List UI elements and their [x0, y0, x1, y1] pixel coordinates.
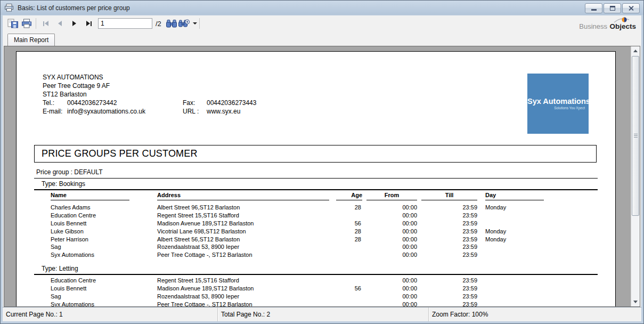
- scroll-thumb[interactable]: [632, 56, 639, 216]
- cell-day: Monday: [485, 236, 506, 242]
- cell-from: 00:00: [366, 228, 417, 234]
- cell-address: Rozendaalstraat 53, 8900 Ieper: [157, 244, 239, 250]
- column-header-address: Address: [157, 192, 329, 200]
- maximize-button[interactable]: [604, 3, 621, 13]
- syx-automations-logo: Syx Automations Solutions You Xpect: [527, 74, 589, 134]
- previous-page-button[interactable]: [53, 18, 67, 29]
- toolbar: /2: [3, 15, 641, 31]
- tab-main-report[interactable]: Main Report: [7, 34, 55, 46]
- report-title: PRICE GROUPS PER CUSTOMER: [34, 145, 597, 163]
- export-button[interactable]: [6, 17, 20, 30]
- scroll-up-button[interactable]: [631, 46, 640, 55]
- column-header-day: Day: [485, 192, 544, 200]
- fax-label: Fax:: [183, 99, 195, 107]
- column-header-till: Till: [421, 192, 477, 200]
- cell-till: 23:59: [421, 220, 477, 226]
- minimize-button[interactable]: [585, 3, 602, 13]
- cell-till: 23:59: [421, 285, 477, 291]
- tel-value: 00442036273442: [67, 99, 117, 107]
- vertical-scrollbar[interactable]: [631, 46, 640, 306]
- cell-name: Charles Adams: [51, 204, 91, 210]
- section-divider: [34, 189, 598, 190]
- binoculars-icon: [166, 20, 177, 28]
- column-header-from: From: [366, 192, 417, 200]
- cell-address: Vicotrial Lane 698,ST12 Barlaston: [157, 228, 246, 234]
- first-page-button[interactable]: [38, 18, 53, 29]
- report-viewport: SYX AUTOMATIONS Peer Tree Cottage 9 AF S…: [4, 46, 640, 307]
- column-header-age: Age: [336, 192, 362, 200]
- company-info-block: SYX AUTOMATIONS Peer Tree Cottage 9 AF S…: [43, 73, 373, 116]
- export-icon: [7, 19, 18, 28]
- cell-till: 23:59: [421, 204, 477, 210]
- toolbar-separator: [36, 18, 36, 29]
- cell-name: Syx Automations: [51, 301, 94, 307]
- cell-day: Monday: [485, 204, 506, 210]
- cell-age: 56: [336, 285, 361, 291]
- find-button[interactable]: [165, 17, 178, 30]
- report-page: SYX AUTOMATIONS Peer Tree Cottage 9 AF S…: [16, 51, 616, 307]
- tel-label: Tel.:: [43, 99, 54, 107]
- status-bar: Current Page No.: 1 Total Page No.: 2 Zo…: [3, 307, 641, 321]
- cell-address: Madison Avenue 189,ST12 Barlaston: [157, 285, 254, 291]
- printer-icon: [4, 4, 14, 12]
- table-row: Charles Adams Albert Street 96,ST12 Barl…: [17, 204, 616, 212]
- logo-tagline: Solutions You Xpect: [527, 106, 589, 110]
- previous-page-icon: [58, 21, 62, 26]
- page-number-input[interactable]: [98, 18, 152, 29]
- next-page-button[interactable]: [67, 18, 81, 29]
- section-type-label: Type: Bookings: [42, 180, 616, 188]
- company-name: SYX AUTOMATIONS: [43, 73, 103, 82]
- table-row: Syx Automations Peer Tree Cottage -, ST1…: [17, 251, 616, 259]
- window-controls: [585, 3, 640, 13]
- close-button[interactable]: [622, 3, 640, 13]
- cell-from: 00:00: [366, 204, 417, 210]
- cell-from: 00:00: [366, 277, 417, 284]
- cell-till: 23:59: [421, 236, 477, 242]
- last-page-button[interactable]: [81, 18, 96, 29]
- table-row: Louis Bennett Madison Avenue 189,ST12 Ba…: [17, 285, 616, 293]
- tab-bar: Main Report: [3, 31, 641, 46]
- business-objects-logo: Business Objects: [565, 17, 637, 31]
- total-pages-label: /2: [156, 20, 161, 28]
- cell-address: Regent Street 15,ST16 Stafford: [157, 212, 239, 218]
- cell-from: 00:00: [366, 285, 417, 291]
- url-value: www.syx.eu: [207, 107, 240, 116]
- cell-till: 23:59: [421, 212, 477, 218]
- maximize-icon: [610, 6, 615, 11]
- title-bar: Basis: List of customers per price group: [1, 1, 643, 15]
- section-bookings: Type: Bookings Name Address Age From Til…: [17, 180, 616, 259]
- window-title: Basis: List of customers per price group: [18, 4, 130, 12]
- section-type-label: Type: Letting: [42, 265, 616, 272]
- next-page-icon: [72, 21, 76, 26]
- cell-from: 00:00: [366, 301, 417, 307]
- cell-from: 00:00: [366, 293, 417, 299]
- table-row: Syx Automations Peer Tree Cottage -, ST1…: [17, 301, 616, 307]
- table-row: Sag Rozendaalstraat 53, 8900 Ieper 00:00…: [17, 293, 616, 301]
- cell-address: Albert Street 56,ST12 Barlaston: [157, 236, 240, 242]
- email-value: info@syxautomations.co.uk: [67, 107, 145, 116]
- logo-title: Syx Automations: [527, 97, 589, 106]
- zoom-button[interactable]: [178, 17, 197, 30]
- last-page-icon: [86, 21, 90, 26]
- zoom-binoculars-icon: [178, 19, 190, 28]
- cell-till: 23:59: [421, 244, 477, 250]
- cell-name: Sag: [51, 293, 61, 299]
- cell-name: Louis Bennett: [51, 285, 86, 291]
- cell-name: Peter Harrison: [51, 236, 88, 242]
- scroll-down-button[interactable]: [631, 297, 640, 306]
- table-header-row: Name Address Age From Till Day: [17, 191, 616, 202]
- company-address-line2: ST12 Barlaston: [43, 90, 87, 99]
- email-label: E-mail:: [43, 107, 62, 116]
- price-group-label: Price group : DEFAULT: [36, 168, 103, 176]
- cell-age: 28: [336, 236, 361, 242]
- cell-address: Albert Street 96,ST12 Barlaston: [157, 204, 240, 210]
- url-label: URL :: [183, 107, 199, 116]
- cell-address: Peer Tree Cottage -, ST12 Barlaston: [157, 252, 252, 258]
- cell-from: 00:00: [366, 236, 417, 242]
- print-button[interactable]: [20, 17, 34, 30]
- fax-value: 00442036273443: [207, 99, 256, 107]
- print-icon: [21, 19, 32, 28]
- cell-name: Luke Gibson: [51, 228, 84, 234]
- tab-label: Main Report: [14, 36, 48, 44]
- cell-from: 00:00: [366, 252, 417, 258]
